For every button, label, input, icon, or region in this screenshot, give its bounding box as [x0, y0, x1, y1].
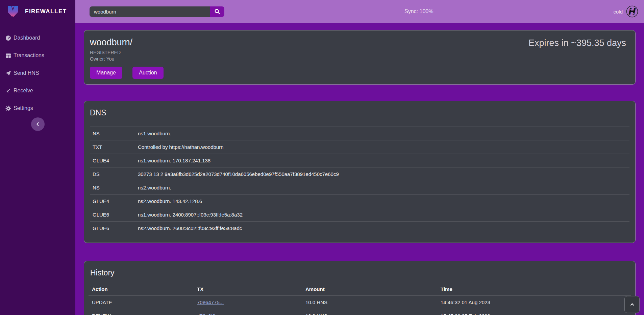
history-card: History Action TX Amount Time UPDATE 70e… [84, 261, 636, 315]
sidebar-item-receive[interactable]: Receive [0, 82, 75, 99]
dashboard-icon [5, 35, 11, 41]
brand-name: FIREWALLET [25, 8, 67, 15]
tx-hash-link[interactable]: d72e8f3... [197, 313, 220, 315]
firewallet-w-logo-icon [5, 4, 20, 19]
history-row: RENEW d72e8f3... 10.0 HNS 15:47:36 07 Fe… [89, 309, 631, 315]
dns-record-value: ns2.woodburn. [135, 181, 629, 195]
domain-status: REGISTERED [90, 50, 629, 55]
dns-record-type: NS [90, 127, 135, 140]
sidebar-item-label: Receive [14, 88, 33, 94]
dns-record-value: ns2.woodburn. 143.42.128.6 [135, 195, 629, 208]
auction-button[interactable]: Auction [132, 67, 163, 79]
search-button[interactable] [210, 6, 224, 17]
brand-header: FIREWALLET [0, 0, 75, 23]
handshake-logo-icon[interactable]: H [626, 5, 639, 18]
history-action: UPDATE [89, 296, 194, 309]
history-header-row: Action TX Amount Time [89, 283, 631, 296]
dns-row: DS 30273 13 2 9a3a8fb3d625d2a2073d740f10… [90, 167, 629, 181]
dns-record-type: TXT [90, 140, 135, 154]
dns-record-value: ns2.woodburn. 2600:3c02::f03c:93ff:fe5a:… [135, 222, 629, 235]
manage-button[interactable]: Manage [90, 67, 122, 79]
sidebar-nav: Dashboard Transactions Send HNS Receive [0, 29, 75, 117]
expiry-label: Expires in ~395.35 days [528, 38, 626, 48]
search-input[interactable] [90, 6, 210, 17]
topbar: Sync: 100% cold H [75, 0, 644, 23]
chevron-left-icon [35, 121, 41, 127]
dns-row: NS ns2.woodburn. [90, 181, 629, 195]
sidebar-item-transactions[interactable]: Transactions [0, 47, 75, 64]
sidebar-item-label: Send HNS [14, 70, 39, 76]
dns-row: TXT Controlled by https://nathan.woodbur… [90, 140, 629, 154]
dns-record-value: ns1.woodburn. [135, 127, 629, 140]
sidebar-item-label: Settings [14, 105, 33, 111]
chevron-up-icon [629, 302, 635, 307]
wallet-name: cold [613, 9, 623, 15]
dns-record-type: GLUE6 [90, 222, 135, 235]
scroll-to-top-button[interactable] [624, 296, 640, 313]
dns-record-value: ns1.woodburn. 170.187.241.138 [135, 154, 629, 167]
dns-row: NS ns1.woodburn. [90, 127, 629, 140]
history-table: Action TX Amount Time UPDATE 70e64775...… [89, 283, 631, 315]
svg-text:H: H [627, 6, 637, 17]
sync-status: Sync: 100% [224, 8, 613, 15]
dns-row: GLUE4 ns1.woodburn. 170.187.241.138 [90, 154, 629, 167]
history-action: RENEW [89, 309, 194, 315]
history-amount: 10.0 HNS [302, 309, 437, 315]
sidebar-item-send-hns[interactable]: Send HNS [0, 64, 75, 82]
dns-record-type: GLUE4 [90, 154, 135, 167]
dns-record-value: ns1.woodburn. 2400:8907::f03c:93ff:fe5a:… [135, 208, 629, 222]
history-col-amount: Amount [302, 283, 437, 296]
main-area: Sync: 100% cold H woodburn/ REGISTERED O… [75, 0, 644, 315]
page-content: woodburn/ REGISTERED Owner: You Manage A… [75, 23, 644, 315]
history-row: UPDATE 70e64775... 10.0 HNS 14:46:32 01 … [89, 296, 631, 309]
search-group [90, 6, 224, 17]
history-col-time: Time [437, 283, 631, 296]
history-section-title: History [90, 268, 631, 277]
history-time: 14:46:32 01 Aug 2023 [437, 296, 631, 309]
dns-row: GLUE4 ns2.woodburn. 143.42.128.6 [90, 195, 629, 208]
sidebar: FIREWALLET Dashboard Transactions Send H… [0, 0, 75, 315]
dns-record-type: DS [90, 167, 135, 181]
transactions-icon [5, 53, 11, 59]
sidebar-item-label: Transactions [14, 52, 44, 59]
dns-table: NS ns1.woodburn. TXT Controlled by https… [90, 127, 629, 235]
search-icon [214, 8, 220, 15]
domain-summary-card: woodburn/ REGISTERED Owner: You Manage A… [84, 30, 636, 85]
sidebar-item-dashboard[interactable]: Dashboard [0, 29, 75, 47]
dns-record-type: GLUE6 [90, 208, 135, 222]
settings-icon [5, 106, 11, 111]
domain-owner: Owner: You [90, 56, 629, 62]
send-icon [5, 70, 11, 76]
sidebar-item-settings[interactable]: Settings [0, 99, 75, 117]
dns-record-type: NS [90, 181, 135, 195]
dns-record-value: 30273 13 2 9a3a8fb3d625d2a2073d740f10da6… [135, 167, 629, 181]
history-time: 15:47:36 07 Feb 2023 [437, 309, 631, 315]
dns-section-title: DNS [90, 108, 629, 117]
dns-row: GLUE6 ns1.woodburn. 2400:8907::f03c:93ff… [90, 208, 629, 222]
sidebar-item-label: Dashboard [14, 35, 40, 41]
tx-hash-link[interactable]: 70e64775... [197, 299, 224, 305]
history-amount: 10.0 HNS [302, 296, 437, 309]
history-col-action: Action [89, 283, 194, 296]
dns-record-value: Controlled by https://nathan.woodburn [135, 140, 629, 154]
dns-record-type: GLUE4 [90, 195, 135, 208]
dns-row: GLUE6 ns2.woodburn. 2600:3c02::f03c:93ff… [90, 222, 629, 235]
dns-card: DNS NS ns1.woodburn. TXT Controlled by h… [84, 101, 636, 243]
history-col-tx: TX [194, 283, 302, 296]
sidebar-collapse-button[interactable] [31, 117, 45, 131]
receive-icon [5, 88, 11, 94]
